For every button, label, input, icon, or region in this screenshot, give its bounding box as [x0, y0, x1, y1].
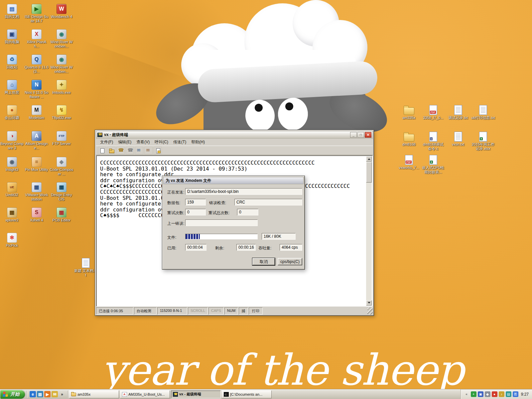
terminal-icon	[173, 392, 178, 397]
dm8168-folder-icon	[397, 130, 421, 142]
menu-view[interactable]: 查看(V)	[134, 139, 152, 146]
cps-bps-button[interactable]: cps/bps(C)	[278, 258, 302, 265]
scroll-up-arrow-icon[interactable]	[366, 156, 372, 162]
desktop-icon-altium-designer[interactable]: AAltium Designe...	[25, 130, 49, 150]
menu-transfer[interactable]: 传送(T)	[171, 139, 189, 146]
desktop-icon-pcb-editor[interactable]: ▦PCB Editor	[50, 206, 73, 222]
desktop-icon-debug-record-txt[interactable]: 调试记录.txt	[446, 104, 470, 120]
desktop-icon-ise-design-suite[interactable]: ▶ISE Design Suite 14.7	[25, 3, 49, 23]
desktop-icon-quartus-ii[interactable]: QQuartus II 11.0 (3...	[25, 53, 49, 74]
toolbar-call-button[interactable]	[116, 147, 125, 154]
tray-network-icon[interactable]: ▤	[506, 391, 511, 397]
desktop-icon-code-composer[interactable]: ◈Code Composer ...	[50, 156, 73, 176]
desktop-icon-insight3[interactable]: ◉Insight3	[0, 156, 24, 172]
desktop-icon-tftpd32[interactable]: ↯Tftpd32.exe	[50, 104, 73, 120]
toolbar-open-button[interactable]	[107, 147, 115, 154]
dialog-titlebar[interactable]: 为 vx 发送 Xmodem 文件	[163, 177, 304, 184]
desktop-icon-nios-ii[interactable]: NNios II 11.0 Software ...	[25, 78, 49, 99]
desktop-icon-xshell4[interactable]: SXshell 4	[25, 206, 49, 222]
network-places-icon: ⌂	[0, 78, 24, 90]
remaining-label: 剩余:	[215, 245, 224, 251]
desktop-icon-beyond-compare[interactable]: ◑Beyond Compare 3	[0, 130, 24, 150]
toolbar-receive-button[interactable]	[144, 147, 153, 154]
powerword-icon: ●	[0, 104, 24, 115]
toolbar-hangup-button[interactable]	[126, 147, 134, 154]
desktop-icon-recycle-bin[interactable]: ♻回收站	[0, 53, 24, 69]
tray-volume-icon[interactable]: ♪	[499, 391, 504, 397]
cancel-button[interactable]: 取消	[252, 258, 275, 265]
vertical-scrollbar[interactable]	[366, 156, 372, 306]
quicklaunch-outlook-icon[interactable]: ✉	[52, 391, 58, 397]
quicklaunch-overflow-chevron[interactable]: »	[59, 391, 65, 397]
desktop-icon-work-record-xlsx[interactable]: X2015年周工作记录.xlsx	[471, 130, 495, 151]
send-icon	[137, 148, 142, 153]
toolbar-new-connection-button[interactable]	[98, 147, 106, 154]
desktop-icon-network-places[interactable]: ⌂网上邻居	[0, 78, 24, 95]
desktop-icon-wind-river-workbench-1[interactable]: ◉Wind River Workben...	[50, 28, 73, 49]
desktop-icon-pin-mux-utility[interactable]: ≡Pin Mux Utility	[25, 156, 49, 172]
desktop-icon-picpick[interactable]: ✱PicPick	[0, 231, 24, 248]
tray-usb-icon[interactable]: ◆	[485, 391, 490, 397]
start-button[interactable]: 开始	[0, 390, 25, 399]
desktop-icon-powerword[interactable]: ●金山词霸	[0, 104, 24, 120]
desktop-icon-label: 我的电脑	[0, 40, 24, 44]
quicklaunch-media-player-icon[interactable]: ▶	[44, 391, 51, 397]
toolbar-properties-button[interactable]	[154, 147, 162, 154]
window-titlebar[interactable]: vx - 超级终端 _□✕	[96, 131, 373, 139]
toolbar-send-button[interactable]	[135, 147, 143, 154]
maximize-button[interactable]: □	[357, 132, 364, 138]
menu-edit[interactable]: 编辑(E)	[116, 139, 134, 146]
desktop-icon-vxsn-txt[interactable]: vxsn.txt	[446, 130, 470, 147]
tray-expand-icon[interactable]: «	[464, 391, 469, 397]
desktop-icon-my-computer[interactable]: ▣我的电脑	[0, 28, 24, 44]
desktop-icon-workbench4[interactable]: WWorkbench 4	[50, 3, 73, 19]
desktop-icon-design-entry-cis[interactable]: ▦Design Entry CIS	[50, 181, 73, 201]
menu-file[interactable]: 文件(F)	[98, 139, 115, 146]
desktop-icon-lmtools[interactable]: ✦lmtools.exe	[50, 78, 73, 95]
desktop-icon-cpu-compare-xls[interactable]: X嵌入式CPU性能比较表...	[421, 154, 445, 174]
desktop-icon-dm8168-folder[interactable]: dm8168	[397, 130, 421, 147]
desktop-icon-dm8168-debug-cmd[interactable]: cdm8168调试命令.c	[421, 130, 445, 151]
desktop-icon-xilinx-planahead[interactable]: XXilinx PlanAh...	[25, 28, 49, 49]
desktop-icon-am335x-folder[interactable]: am335x	[397, 104, 421, 120]
desktop-icon-vmware-workstation[interactable]: ▦VMware Workstation	[25, 181, 49, 201]
desktop-icon-label: Xilinx PlanAh...	[25, 40, 49, 49]
desktop-icon-uedit32[interactable]: UEUedit32	[0, 181, 24, 197]
scroll-down-arrow-icon[interactable]	[366, 300, 372, 306]
properties-icon	[155, 148, 161, 153]
receive-icon	[146, 148, 151, 153]
desktop-icon-ub-print-info-txt[interactable]: ub打印信息.txt	[471, 104, 495, 120]
tray-display-icon[interactable]: ▣	[478, 391, 483, 397]
tray-alarm-icon[interactable]: ●	[492, 391, 497, 397]
desktop-icon-ftp-server[interactable]: FTPFTP Server	[50, 130, 73, 146]
desktop-icon-new-text-doc[interactable]: 新建 文本档.txt	[74, 257, 98, 277]
taskbar-task-hyperterminal[interactable]: vx - 超级终端	[171, 390, 221, 398]
taskbar-task-command-prompt[interactable]: [C:\Documents an...	[222, 390, 272, 398]
taskbar-task-uboot-pdf[interactable]: AM335x_U-Boot_Us...	[120, 390, 170, 398]
cpu-compare-xls-icon: X	[421, 154, 445, 165]
desktop-icon-vxworks-pdf[interactable]: PDFvxworks_7...	[397, 154, 421, 170]
desktop-icon-wind-river-workbench-2[interactable]: ◉Wind River Workben...	[50, 53, 73, 74]
close-button[interactable]: ✕	[365, 132, 371, 138]
tray-ime-icon[interactable]: 图	[513, 391, 518, 397]
am335x-folder-icon	[397, 104, 421, 115]
desktop-icon-my-documents[interactable]: ▤我的文档	[0, 3, 24, 19]
tray-antivirus-icon[interactable]: +	[471, 391, 476, 397]
quicklaunch-show-desktop-icon[interactable]: ▤	[37, 391, 43, 397]
desktop-icon-modelsim[interactable]: MModelsim	[25, 104, 49, 120]
minimize-button[interactable]: _	[350, 132, 357, 138]
taskbar-clock[interactable]: 9:27	[521, 392, 529, 397]
desktop-icon-label: Beyond Compare 3	[0, 142, 24, 150]
packet-value: 159	[187, 200, 194, 204]
menu-call[interactable]: 呼叫(C)	[152, 139, 171, 146]
scrollbar-thumb[interactable]	[366, 162, 372, 183]
taskbar-task-am335x[interactable]: am335x	[69, 390, 119, 398]
debug-record-txt-icon	[446, 104, 470, 115]
menu-help[interactable]: 帮助(H)	[189, 139, 207, 146]
resize-grip[interactable]	[367, 307, 373, 315]
desktop-icon-xplorer2[interactable]: ▦xplorer2	[0, 206, 24, 222]
desktop-icon-label: 金山词霸	[0, 116, 24, 120]
quicklaunch-ie-icon[interactable]: e	[30, 391, 36, 397]
uedit32-icon: UE	[0, 181, 24, 192]
desktop-icon-pdf-3358[interactable]: PDF3358_I7_0...	[421, 104, 445, 120]
